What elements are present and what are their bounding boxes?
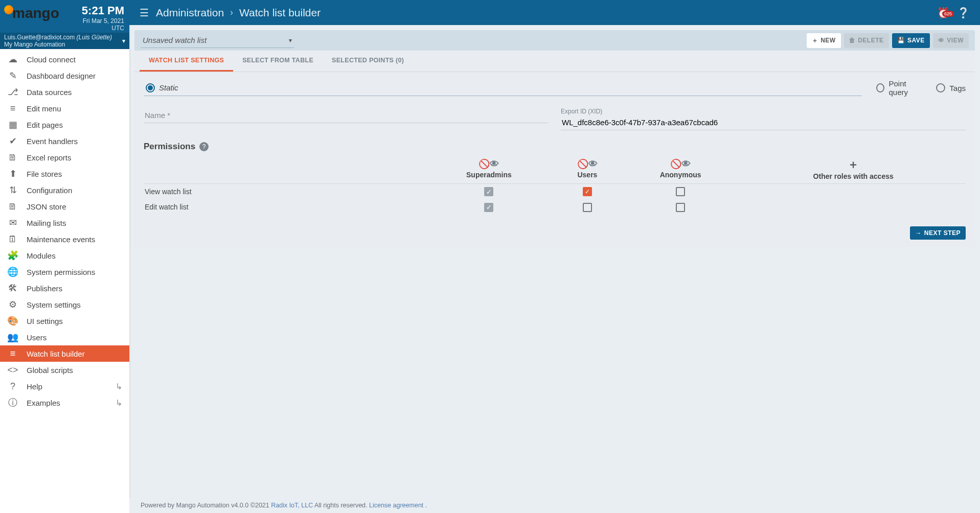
checkbox-edit-users[interactable]: [583, 203, 592, 212]
sidebar-item-dashboard-designer[interactable]: ✎Dashboard designer: [0, 67, 129, 84]
name-field: [144, 108, 549, 130]
sidebar-item-system-settings[interactable]: ⚙System settings: [0, 296, 129, 313]
help-icon[interactable]: ?: [199, 142, 209, 151]
tabs: WATCH LIST SETTINGS SELECT FROM TABLE SE…: [134, 51, 975, 72]
sidebar-item-data-sources[interactable]: ⎇Data sources: [0, 84, 129, 100]
nav-label: File stores: [27, 170, 62, 178]
nav-label: System permissions: [27, 268, 95, 276]
nav-icon: ⇅: [7, 184, 18, 196]
sidebar-item-maintenance-events[interactable]: 🗓Maintenance events: [0, 231, 129, 247]
nav-label: Publishers: [27, 284, 62, 293]
nav-label: Edit pages: [27, 121, 63, 129]
nav-icon: ✔: [7, 135, 18, 147]
sidebar-item-cloud-connect[interactable]: ☁Cloud connect: [0, 51, 129, 67]
type-radios: Static Point query Tags: [144, 79, 966, 97]
nav-label: Users: [27, 333, 47, 342]
eye-off-icon[interactable]: 🚫👁: [557, 158, 618, 170]
plus-icon[interactable]: ＋: [848, 158, 859, 171]
radio-dot: [936, 83, 945, 92]
breadcrumb-root[interactable]: Administration: [156, 7, 224, 19]
name-input[interactable]: [144, 108, 549, 123]
alarm-icon[interactable]: ⏰625: [937, 7, 950, 19]
sidebar-item-ui-settings[interactable]: 🎨UI settings: [0, 313, 129, 329]
sidebar-item-json-store[interactable]: 🗎JSON store: [0, 198, 129, 215]
checkbox-edit-superadmins[interactable]: ✓: [484, 203, 493, 212]
checkbox-view-anonymous[interactable]: [676, 187, 685, 196]
user-info: Luis.Guette@radixiot.com (Luis Güette) M…: [4, 34, 112, 48]
radio-tags[interactable]: Tags: [936, 83, 966, 92]
sidebar-item-system-permissions[interactable]: 🌐System permissions: [0, 264, 129, 280]
user-app: My Mango Automation: [4, 41, 65, 48]
row-view: View watch list: [144, 184, 423, 200]
eye-off-icon[interactable]: 🚫👁: [425, 158, 553, 170]
chevron-down-icon: ▾: [289, 37, 292, 44]
sidebar-item-examples[interactable]: ⓘExamples↳: [0, 394, 129, 411]
sidebar-item-configuration[interactable]: ⇅Configuration: [0, 182, 129, 198]
sidebar-item-edit-pages[interactable]: ▦Edit pages: [0, 116, 129, 133]
alarm-badge: 625: [942, 11, 954, 17]
nav-label: System settings: [27, 300, 81, 309]
sidebar-item-file-stores[interactable]: ⬆File stores: [0, 166, 129, 182]
new-button[interactable]: ＋NEW: [807, 33, 841, 48]
delete-button[interactable]: 🗑DELETE: [844, 33, 889, 48]
sidebar-item-help[interactable]: ?Help↳: [0, 378, 129, 394]
sidebar-item-publishers[interactable]: 🛠Publishers: [0, 280, 129, 296]
sidebar-item-excel-reports[interactable]: 🗎Excel reports: [0, 149, 129, 166]
menu-icon[interactable]: ☰: [140, 7, 149, 19]
watchlist-select-input[interactable]: [141, 33, 294, 48]
sidebar-item-global-scripts[interactable]: <>Global scripts: [0, 362, 129, 378]
radio-static[interactable]: Static: [144, 80, 862, 96]
nav-icon: 🎨: [7, 315, 18, 327]
nav-icon: ✉: [7, 217, 18, 228]
logo: mango: [4, 5, 59, 21]
clock: 5:21 PM Fri Mar 5, 2021 UTC: [82, 4, 124, 32]
card-body: Static Point query Tags Export ID (XID) …: [134, 72, 975, 247]
tab-selected-points[interactable]: SELECTED POINTS (0): [323, 51, 413, 72]
xid-input[interactable]: [561, 115, 966, 130]
save-button[interactable]: 💾SAVE: [892, 33, 930, 48]
plus-icon: ＋: [812, 36, 818, 45]
sidebar-item-edit-menu[interactable]: ≡Edit menu: [0, 100, 129, 116]
nav-icon: ≡: [7, 348, 18, 359]
clock-tz: UTC: [82, 25, 124, 32]
watchlist-select[interactable]: ▾: [141, 33, 294, 48]
footer-link-license[interactable]: License agreement: [369, 502, 423, 509]
chevron-down-icon: ▾: [122, 37, 125, 44]
breadcrumb: Administration › Watch list builder: [156, 7, 321, 19]
sidebar-item-watch-list-builder[interactable]: ≡Watch list builder: [0, 345, 129, 362]
checkbox-view-superadmins[interactable]: ✓: [484, 187, 493, 196]
nav-icon: <>: [7, 364, 18, 376]
nav-label: JSON store: [27, 202, 66, 211]
view-button[interactable]: 👁VIEW: [933, 33, 969, 48]
row-edit: Edit watch list: [144, 199, 423, 215]
tab-watch-list-settings[interactable]: WATCH LIST SETTINGS: [140, 51, 233, 72]
nav-icon: ⚙: [7, 299, 18, 310]
next-step-button[interactable]: →NEXT STEP: [910, 226, 966, 240]
nav-icon: 👥: [7, 332, 18, 343]
sidebar-item-modules[interactable]: 🧩Modules: [0, 247, 129, 264]
sidebar-item-users[interactable]: 👥Users: [0, 329, 129, 345]
radio-point-query[interactable]: Point query: [876, 79, 922, 97]
nav-label: Cloud connect: [27, 55, 76, 64]
checkbox-view-users[interactable]: ✓: [583, 187, 592, 196]
topbar: ☰ Administration › Watch list builder ⏰6…: [129, 0, 980, 25]
radio-dot: [146, 83, 155, 92]
checkbox-edit-anonymous[interactable]: [676, 203, 685, 212]
nav-icon: ⎇: [7, 86, 18, 98]
user-menu[interactable]: Luis.Guette@radixiot.com (Luis Güette) M…: [0, 33, 129, 49]
logo-text: mango: [12, 5, 59, 21]
col-other-roles: ＋Other roles with access: [741, 154, 966, 184]
help-icon[interactable]: ❔: [957, 7, 970, 19]
eye-off-icon[interactable]: 🚫👁: [622, 158, 739, 170]
nav-icon: 🗓: [7, 234, 18, 245]
sidebar-item-event-handlers[interactable]: ✔Event handlers: [0, 133, 129, 149]
main: ▾ ＋NEW 🗑DELETE 💾SAVE 👁VIEW WATCH LIST SE…: [129, 25, 980, 513]
tab-select-from-table[interactable]: SELECT FROM TABLE: [233, 51, 323, 72]
sidebar-item-mailing-lists[interactable]: ✉Mailing lists: [0, 215, 129, 231]
eye-icon: 👁: [938, 37, 945, 44]
footer-link-radix[interactable]: Radix IoT, LLC: [271, 502, 313, 509]
nav-label: Examples: [27, 399, 60, 407]
subdirectory-arrow-icon: ↳: [116, 398, 122, 408]
nav-label: Excel reports: [27, 153, 72, 162]
nav-label: Event handlers: [27, 137, 78, 146]
